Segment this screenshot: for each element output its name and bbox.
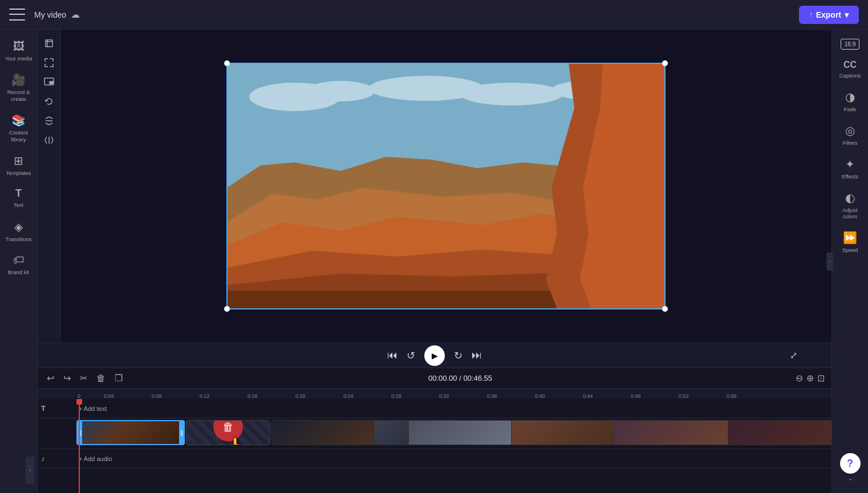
sidebar-item-your-media[interactable]: 🖼 Your media <box>0 34 37 67</box>
timeline-content: 0 0:04 0:08 0:12 0:16 0:20 0:24 0:28 0:3… <box>38 389 832 493</box>
svg-rect-0 <box>46 40 52 47</box>
tools-panel <box>38 30 60 343</box>
ruler-mark: 0:32 <box>438 393 486 399</box>
rotate-tool[interactable] <box>40 92 58 111</box>
clip-segment-3[interactable] <box>409 421 512 445</box>
captions-label: Captions <box>839 72 861 79</box>
sidebar-item-text[interactable]: T Text <box>0 182 37 214</box>
delete-button[interactable]: 🗑 <box>94 371 108 386</box>
redo-button[interactable]: ↪ <box>61 370 73 386</box>
cloud-save-icon: ☁ <box>71 9 80 20</box>
effects-label: Effects <box>842 173 858 180</box>
gap-delete-button[interactable]: 🗑 <box>213 420 243 442</box>
handle-bottom-left[interactable] <box>224 306 230 312</box>
timeline-tracks: T + Add text <box>38 399 832 493</box>
clip-segment-1[interactable] <box>272 421 375 445</box>
video-clips-rest[interactable] <box>271 420 832 445</box>
handle-top-left[interactable] <box>224 60 230 66</box>
sidebar-item-brand[interactable]: 🏷 Brand kit <box>0 248 37 281</box>
clip-thumb-inner <box>82 421 179 444</box>
chevron-down-icon[interactable]: ˅ <box>849 478 852 486</box>
fullscreen-button[interactable]: ⤢ <box>790 350 797 361</box>
sidebar-item-content-library[interactable]: 📚 Contentlibrary <box>0 108 37 148</box>
play-button[interactable]: ▶ <box>424 345 445 366</box>
sidebar-label-content-library: Contentlibrary <box>9 129 28 142</box>
clip-left-handle[interactable]: ‖ <box>78 421 82 444</box>
sidebar-label-transitions: Transitions <box>5 236 31 242</box>
handle-top-right[interactable] <box>662 60 668 66</box>
help-button[interactable]: ? <box>840 453 861 474</box>
left-sidebar: 🖼 Your media 🎥 Record &create 📚 Contentl… <box>0 30 38 493</box>
clip-segment-4[interactable] <box>512 421 614 445</box>
export-button[interactable]: ↑ Export ▾ <box>799 6 859 24</box>
undo-button[interactable]: ↩ <box>44 370 56 386</box>
ruler-mark: 0:12 <box>198 393 246 399</box>
clip-segment-5[interactable] <box>614 421 728 445</box>
ruler-mark: 0:44 <box>582 393 630 399</box>
crop-tool[interactable] <box>40 34 58 52</box>
effects-icon: ✦ <box>845 157 855 171</box>
ruler-mark: 0:16 <box>246 393 294 399</box>
audio-track-row: ♪ + Add audio <box>38 449 832 468</box>
right-item-speed[interactable]: ⏩ Speed <box>832 225 868 259</box>
flip-vertical-tool[interactable] <box>40 112 58 130</box>
cut-button[interactable]: ✂ <box>78 370 90 386</box>
record-create-icon: 🎥 <box>11 73 26 87</box>
video-track-content[interactable]: ‖ ‖ <box>76 418 832 449</box>
filters-icon: ◎ <box>845 124 855 137</box>
audio-track-label: ♪ <box>38 454 76 463</box>
ruler-mark: 0:24 <box>342 393 390 399</box>
speed-label: Speed <box>842 247 858 253</box>
video-track-label <box>38 418 76 423</box>
skip-to-end-button[interactable]: ⏭ <box>472 349 482 361</box>
templates-icon: ⊞ <box>14 154 23 168</box>
sidebar-item-record-create[interactable]: 🎥 Record &create <box>0 67 37 108</box>
ruler-mark: 0:08 <box>151 393 198 399</box>
zoom-in-button[interactable]: ⊕ <box>806 373 814 384</box>
flip-horizontal-tool[interactable] <box>40 131 58 149</box>
add-audio-button[interactable]: + Add audio <box>76 449 832 468</box>
handle-bottom-right[interactable] <box>662 306 668 312</box>
right-sidebar-collapse-button[interactable]: ‹ <box>826 252 833 271</box>
fit-button[interactable]: ⊡ <box>817 373 825 384</box>
sidebar-item-templates[interactable]: ⊞ Templates <box>0 148 37 182</box>
ruler-track: 0 0:04 0:08 0:12 0:16 0:20 0:24 0:28 0:3… <box>38 389 773 399</box>
canvas-container <box>60 30 832 343</box>
right-item-adjust-colors[interactable]: ◐ Adjustcolors <box>832 185 868 225</box>
ruler-mark: 0:48 <box>630 393 678 399</box>
zoom-controls: ⊖ ⊕ ⊡ <box>796 373 825 384</box>
right-item-captions[interactable]: CC Captions <box>832 54 868 84</box>
svg-rect-4 <box>50 82 53 84</box>
clip-right-handle[interactable]: ‖ <box>179 421 184 444</box>
ruler-mark: 0:04 <box>103 393 151 399</box>
zoom-out-button[interactable]: ⊖ <box>796 373 803 384</box>
add-text-button[interactable]: + Add text <box>76 399 832 418</box>
ruler-zero: 0 <box>76 393 103 399</box>
forward-button[interactable]: ↻ <box>454 349 463 362</box>
duplicate-button[interactable]: ❐ <box>112 370 125 386</box>
right-item-effects[interactable]: ✦ Effects <box>832 152 868 185</box>
sidebar-item-transitions[interactable]: ◈ Transitions <box>0 214 37 248</box>
rewind-button[interactable]: ↺ <box>407 349 415 362</box>
clip-segment-2[interactable] <box>375 421 409 445</box>
menu-button[interactable] <box>9 7 25 23</box>
clip-segment-6[interactable] <box>728 421 832 445</box>
pip-tool[interactable] <box>40 73 58 91</box>
topbar: My video ☁ ↑ Export ▾ <box>0 0 868 30</box>
resize-tool[interactable] <box>40 54 58 72</box>
right-item-fade[interactable]: ◑ Fade <box>832 84 868 118</box>
gap-clip[interactable]: Delete this gap 🗑 👆 <box>186 420 270 445</box>
skip-to-start-button[interactable]: ⏮ <box>387 349 398 361</box>
text-icon: T <box>15 188 22 199</box>
ruler-mark: 0:56 <box>725 393 773 399</box>
aspect-ratio-selector[interactable]: 16:9 <box>841 39 859 50</box>
fade-label: Fade <box>844 106 857 112</box>
audio-track-content: + Add audio <box>76 449 832 468</box>
ruler-mark: 0:36 <box>486 393 534 399</box>
video-clip-main[interactable]: ‖ ‖ <box>76 420 185 445</box>
text-track-row: T + Add text <box>38 399 832 418</box>
sidebar-label-text: Text <box>14 202 23 208</box>
sidebar-collapse-button[interactable]: › <box>26 457 35 484</box>
ruler-mark: 0:40 <box>534 393 582 399</box>
right-item-filters[interactable]: ◎ Filters <box>832 118 868 152</box>
